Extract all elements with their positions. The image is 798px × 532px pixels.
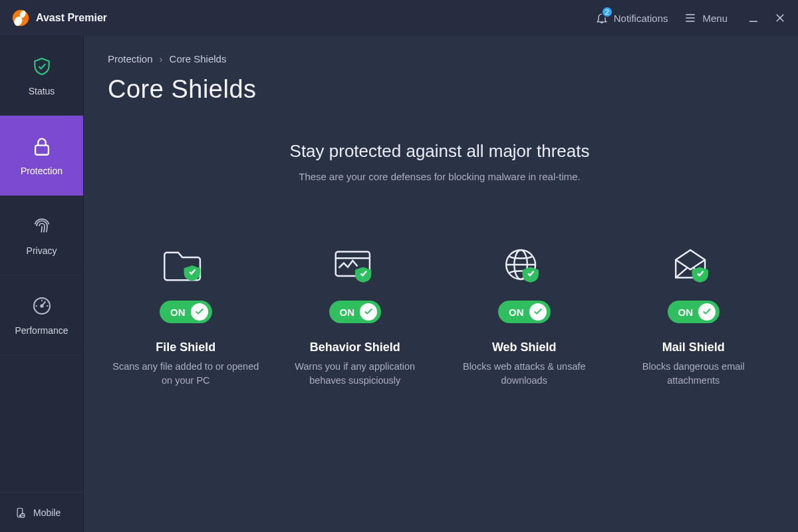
toggle-knob-icon bbox=[191, 303, 208, 321]
globe-shield-icon bbox=[446, 241, 602, 289]
shield-title: Web Shield bbox=[446, 340, 602, 354]
shield-title: Behavior Shield bbox=[277, 340, 434, 354]
breadcrumb-root[interactable]: Protection bbox=[108, 53, 153, 65]
notifications-button[interactable]: 2 Notifications bbox=[595, 11, 668, 25]
shield-description: Scans any file added to or opened on you… bbox=[108, 360, 264, 388]
toggle-label: ON bbox=[509, 307, 524, 318]
toggle-label: ON bbox=[340, 307, 355, 318]
toggle-knob-icon bbox=[360, 303, 377, 321]
mobile-icon bbox=[13, 506, 27, 519]
breadcrumb: Protection › Core Shields bbox=[108, 53, 771, 65]
sidebar-item-label: Privacy bbox=[27, 245, 57, 256]
sidebar-item-label: Mobile bbox=[33, 507, 61, 518]
sidebar-item-status[interactable]: Status bbox=[0, 36, 83, 116]
window-controls bbox=[743, 12, 786, 24]
page-title: Core Shields bbox=[108, 75, 771, 104]
sidebar-item-protection[interactable]: Protection bbox=[0, 116, 83, 196]
main-content: Protection › Core Shields Core Shields S… bbox=[84, 36, 798, 532]
sidebar-item-label: Performance bbox=[15, 325, 68, 336]
sidebar-item-performance[interactable]: Performance bbox=[0, 275, 83, 355]
minimize-button[interactable] bbox=[747, 12, 759, 24]
breadcrumb-current: Core Shields bbox=[170, 53, 227, 65]
sidebar: Status Protection bbox=[0, 36, 84, 532]
app-logo-icon bbox=[12, 9, 29, 27]
shield-description: Blocks web attacks & unsafe downloads bbox=[446, 360, 602, 388]
menu-button[interactable]: Menu bbox=[684, 11, 728, 25]
page-subheading: Stay protected against all major threats bbox=[108, 141, 771, 162]
chevron-right-icon: › bbox=[160, 53, 163, 65]
shield-check-icon bbox=[31, 55, 53, 78]
shield-title: Mail Shield bbox=[616, 340, 772, 354]
sidebar-item-mobile[interactable]: Mobile bbox=[0, 492, 83, 532]
shield-description: Warns you if any application behaves sus… bbox=[277, 360, 434, 388]
app-title: Avast Premier bbox=[36, 12, 107, 24]
close-button[interactable] bbox=[774, 12, 786, 24]
monitor-shield-icon bbox=[277, 241, 434, 289]
svg-rect-9 bbox=[35, 145, 49, 154]
sidebar-item-privacy[interactable]: Privacy bbox=[0, 196, 83, 275]
toggle-label: ON bbox=[678, 307, 694, 318]
toggle-behavior-shield[interactable]: ON bbox=[329, 301, 382, 323]
page-subdescription: These are your core defenses for blockin… bbox=[108, 171, 771, 182]
notifications-label: Notifications bbox=[614, 13, 668, 24]
notifications-badge: 2 bbox=[601, 6, 613, 18]
shield-card-mail: ON Mail Shield Blocks dangerous email at… bbox=[616, 241, 772, 388]
svg-point-11 bbox=[41, 305, 43, 307]
fingerprint-icon bbox=[31, 215, 53, 237]
shield-card-file: ON File Shield Scans any file added to o… bbox=[108, 241, 264, 388]
sidebar-item-label: Protection bbox=[21, 166, 63, 176]
lock-icon bbox=[31, 135, 53, 158]
toggle-web-shield[interactable]: ON bbox=[498, 301, 551, 323]
shield-description: Blocks dangerous email attachments bbox=[616, 360, 772, 388]
menu-label: Menu bbox=[702, 13, 728, 24]
svg-point-13 bbox=[19, 515, 21, 516]
shield-title: File Shield bbox=[108, 340, 264, 354]
toggle-knob-icon bbox=[698, 303, 716, 321]
toggle-knob-icon bbox=[529, 303, 547, 321]
shield-card-web: ON Web Shield Blocks web attacks & unsaf… bbox=[446, 241, 602, 388]
folder-shield-icon bbox=[108, 241, 264, 289]
envelope-shield-icon bbox=[616, 241, 772, 289]
toggle-mail-shield[interactable]: ON bbox=[668, 301, 720, 323]
gauge-icon bbox=[31, 295, 53, 317]
shield-card-behavior: ON Behavior Shield Warns you if any appl… bbox=[277, 241, 434, 388]
sidebar-item-label: Status bbox=[29, 86, 55, 96]
title-left: Avast Premier bbox=[12, 9, 107, 27]
hamburger-icon bbox=[684, 11, 697, 25]
title-bar: Avast Premier 2 Notifications bbox=[0, 0, 798, 36]
toggle-label: ON bbox=[170, 307, 186, 318]
title-right: 2 Notifications Menu bbox=[595, 11, 786, 25]
toggle-file-shield[interactable]: ON bbox=[160, 301, 212, 323]
shields-row: ON File Shield Scans any file added to o… bbox=[108, 241, 771, 388]
